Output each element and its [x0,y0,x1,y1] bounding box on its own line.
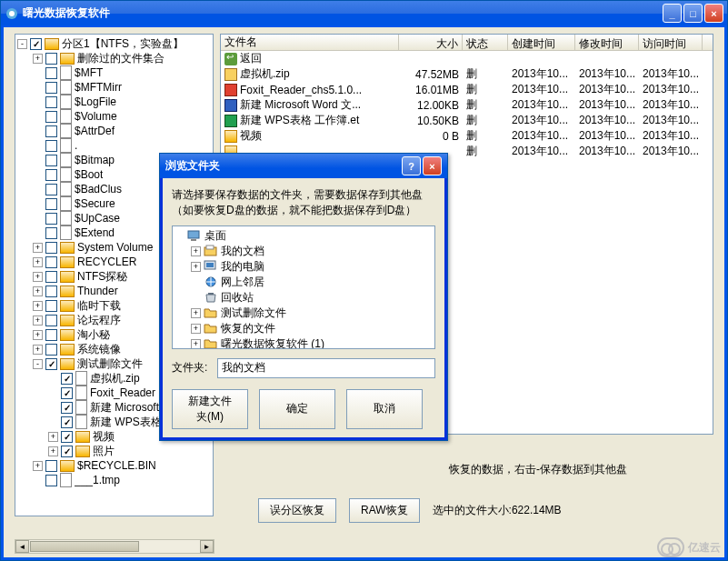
checkbox[interactable] [45,300,57,312]
col-accessed[interactable]: 访问时间 [639,35,703,50]
expand-icon[interactable]: + [33,461,43,471]
ok-button[interactable]: 确定 [259,389,335,429]
checkbox[interactable] [45,111,57,123]
maximize-button[interactable]: □ [683,4,703,23]
tree-item[interactable]: +照片 [17,444,211,458]
checkbox[interactable] [61,402,73,414]
col-size[interactable]: 大小 [399,35,463,50]
file-list-header[interactable]: 文件名 大小 状态 创建时间 修改时间 访问时间 [221,35,713,51]
checkbox[interactable] [61,446,73,457]
col-modified[interactable]: 修改时间 [575,35,639,50]
collapse-icon[interactable]: - [17,39,27,49]
tree-item[interactable]: . [17,138,211,153]
col-status[interactable]: 状态 [463,35,508,50]
expand-icon[interactable]: + [33,257,43,267]
list-row[interactable]: Foxit_Reader_chs5.1.0...16.01MB删2013年10.… [221,82,713,97]
list-row[interactable]: 新建 WPS表格 工作簿.et10.50KB删2013年10...2013年10… [221,113,713,128]
scan-partition-button[interactable]: 误分区恢复 [258,498,336,523]
list-row[interactable]: 新建 Microsoft Word 文...12.00KB删2013年10...… [221,97,713,113]
folder-field-input[interactable] [217,358,435,378]
checkbox[interactable] [30,38,42,50]
checkbox[interactable] [61,387,73,399]
new-folder-button[interactable]: 新建文件夹(M) [172,389,248,429]
scroll-right-arrow[interactable]: ► [200,540,214,553]
expand-icon[interactable]: + [33,286,43,296]
col-name[interactable]: 文件名 [221,35,399,50]
checkbox[interactable] [45,155,57,166]
expand-icon[interactable]: + [48,446,58,456]
checkbox[interactable] [45,315,57,326]
tree-item[interactable]: $Volume [17,109,211,124]
collapse-icon[interactable]: - [33,359,43,369]
tree-item[interactable]: $MFTMirr [17,80,211,95]
scroll-thumb[interactable] [30,541,139,552]
tree-item[interactable]: +$RECYCLE.BIN [17,458,211,473]
tree-item[interactable]: +删除过的文件集合 [17,51,211,65]
checkbox[interactable] [61,373,73,385]
checkbox[interactable] [61,416,73,428]
checkbox[interactable] [45,96,57,108]
dialog-tree-item[interactable]: 回收站 [175,290,433,306]
checkbox[interactable] [45,460,57,472]
expand-icon[interactable]: + [33,316,43,326]
checkbox[interactable] [45,329,57,341]
checkbox[interactable] [45,169,57,181]
dialog-tree-item[interactable]: +我的电脑 [175,259,433,275]
checkbox[interactable] [45,271,57,283]
list-row[interactable]: 虚拟机.zip47.52MB删2013年10...2013年10...2013年… [221,66,713,82]
list-row[interactable]: 视频0 B删2013年10...2013年10...2013年10... [221,128,713,144]
expand-icon[interactable]: + [191,308,201,318]
checkbox[interactable] [45,198,57,210]
dialog-tree-item[interactable]: +我的文档 [175,244,433,259]
list-back-row[interactable]: 返回 [221,51,713,66]
tree-item[interactable]: ___1.tmp [17,473,211,487]
expand-icon[interactable]: + [33,330,43,340]
main-titlebar[interactable]: 曙光数据恢复软件 _ □ × [1,1,727,25]
raw-recover-button[interactable]: RAW恢复 [349,498,420,523]
expand-icon[interactable]: + [33,272,43,282]
dialog-tree-item[interactable]: 桌面 [175,228,433,244]
expand-icon[interactable]: + [191,324,201,334]
dialog-tree-item[interactable]: 网上邻居 [175,275,433,290]
cancel-button[interactable]: 取消 [346,389,423,429]
dialog-folder-tree[interactable]: 桌面+我的文档+我的电脑网上邻居回收站+测试删除文件+恢复的文件+曙光数据恢复软… [172,225,435,349]
tree-item[interactable]: $LogFile [17,95,211,109]
expand-icon[interactable]: + [191,246,201,256]
checkbox[interactable] [45,67,57,79]
tree-item[interactable]: -分区1【NTFS，实验盘】 [17,36,211,51]
checkbox[interactable] [45,358,57,370]
checkbox[interactable] [45,286,57,297]
checkbox[interactable] [45,53,57,65]
expand-icon[interactable]: + [33,54,43,64]
dialog-help-button[interactable]: ? [402,156,421,175]
checkbox[interactable] [45,256,57,268]
checkbox[interactable] [45,475,57,486]
expand-icon[interactable]: + [191,262,201,272]
close-button[interactable]: × [704,4,723,23]
checkbox[interactable] [45,213,57,225]
dialog-tree-item[interactable]: +曙光数据恢复软件 (1) [175,336,433,349]
dialog-titlebar[interactable]: 浏览文件夹 ? × [160,154,447,178]
expand-icon[interactable]: + [33,301,43,311]
expand-icon[interactable]: + [33,345,43,355]
dialog-tree-item[interactable]: +恢复的文件 [175,321,433,336]
expand-icon[interactable]: + [48,432,58,442]
tree-item[interactable]: $MFT [17,65,211,80]
tree-item[interactable]: $AttrDef [17,124,211,138]
checkbox[interactable] [45,140,57,152]
checkbox[interactable] [45,184,57,195]
minimize-button[interactable]: _ [663,4,682,23]
checkbox[interactable] [45,125,57,137]
col-created[interactable]: 创建时间 [508,35,575,50]
checkbox[interactable] [45,82,57,94]
dialog-tree-item[interactable]: +测试删除文件 [175,306,433,321]
checkbox[interactable] [45,227,57,239]
tree-scrollbar-horizontal[interactable]: ◄ ► [15,539,214,554]
expand-icon[interactable]: + [33,243,43,253]
checkbox[interactable] [45,242,57,254]
dialog-close-button[interactable]: × [423,156,442,175]
checkbox[interactable] [45,344,57,356]
checkbox[interactable] [61,431,73,443]
expand-icon[interactable]: + [191,339,201,349]
scroll-left-arrow[interactable]: ◄ [15,540,29,553]
